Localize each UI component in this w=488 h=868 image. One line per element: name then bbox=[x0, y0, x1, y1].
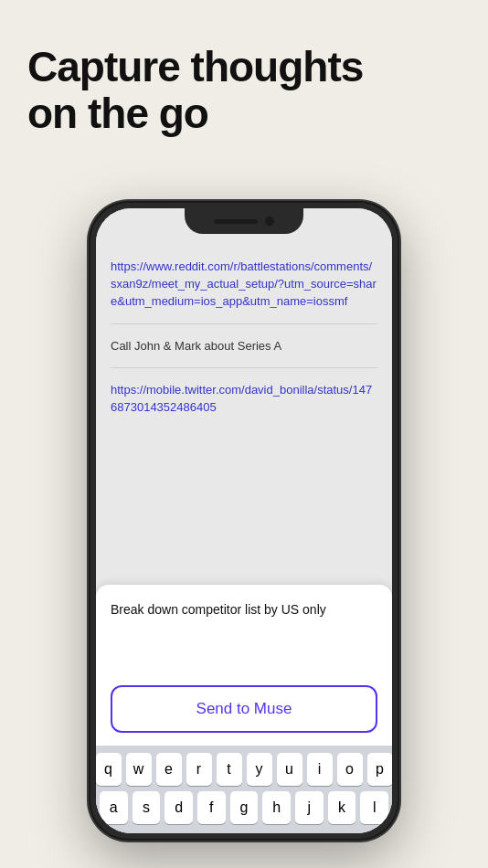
key-f[interactable]: f bbox=[197, 791, 226, 824]
phone-screen: https://www.reddit.com/r/battlestations/… bbox=[96, 208, 392, 833]
share-sheet: Break down competitor list by US only Se… bbox=[96, 585, 392, 746]
key-g[interactable]: g bbox=[230, 791, 259, 824]
key-y[interactable]: y bbox=[247, 753, 272, 786]
note-text-1: Call John & Mark about Series A bbox=[111, 339, 281, 353]
list-item: https://www.reddit.com/r/battlestations/… bbox=[111, 245, 377, 324]
share-input-text: Break down competitor list by US only bbox=[111, 602, 326, 617]
share-list: https://www.reddit.com/r/battlestations/… bbox=[96, 208, 392, 585]
link-text-1: https://www.reddit.com/r/battlestations/… bbox=[111, 259, 377, 308]
key-t[interactable]: t bbox=[217, 753, 242, 786]
key-d[interactable]: d bbox=[164, 791, 193, 824]
key-u[interactable]: u bbox=[277, 753, 302, 786]
list-item: https://mobile.twitter.com/david_bonilla… bbox=[111, 368, 377, 429]
key-s[interactable]: s bbox=[133, 791, 161, 824]
keyboard-row-1: q w e r t y u i o p bbox=[100, 753, 388, 786]
screen-content: https://www.reddit.com/r/battlestations/… bbox=[96, 208, 392, 833]
key-l[interactable]: l bbox=[360, 791, 388, 824]
send-to-muse-button[interactable]: Send to Muse bbox=[111, 685, 377, 733]
phone-notch bbox=[185, 208, 303, 234]
key-p[interactable]: p bbox=[367, 753, 393, 786]
link-text-2: https://mobile.twitter.com/david_bonilla… bbox=[111, 383, 372, 414]
key-h[interactable]: h bbox=[262, 791, 291, 824]
keyboard-row-2: a s d f g h j k l bbox=[100, 791, 388, 824]
key-i[interactable]: i bbox=[307, 753, 333, 786]
keyboard: q w e r t y u i o p a s d bbox=[96, 746, 392, 833]
key-w[interactable]: w bbox=[126, 753, 152, 786]
share-input-area: Break down competitor list by US only bbox=[111, 601, 377, 674]
list-item: Call John & Mark about Series A bbox=[111, 324, 377, 368]
key-j[interactable]: j bbox=[295, 791, 324, 824]
key-a[interactable]: a bbox=[100, 791, 128, 824]
phone-frame: https://www.reddit.com/r/battlestations/… bbox=[89, 201, 399, 841]
key-o[interactable]: o bbox=[337, 753, 363, 786]
key-r[interactable]: r bbox=[186, 753, 212, 786]
phone-mockup: https://www.reddit.com/r/battlestations/… bbox=[89, 201, 399, 841]
headline-text: Capture thoughts on the go bbox=[27, 44, 461, 136]
camera bbox=[265, 217, 274, 226]
speaker bbox=[214, 219, 258, 224]
headline: Capture thoughts on the go bbox=[27, 44, 461, 136]
key-q[interactable]: q bbox=[96, 753, 122, 786]
key-e[interactable]: e bbox=[156, 753, 182, 786]
key-k[interactable]: k bbox=[328, 791, 356, 824]
